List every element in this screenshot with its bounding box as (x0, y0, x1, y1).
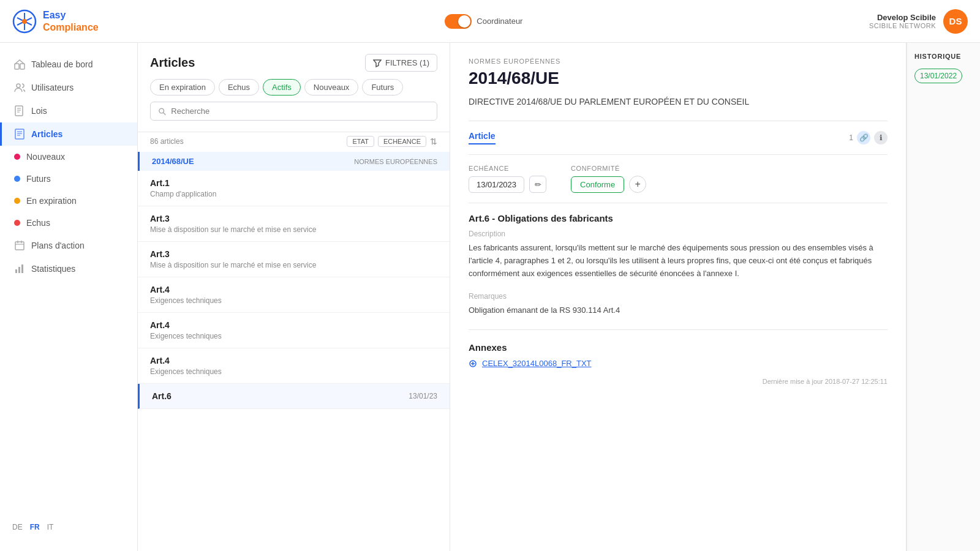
tab-en-expiration[interactable]: En expiration (150, 79, 215, 96)
filters-button[interactable]: FILTRES (1) (365, 54, 437, 72)
article-ref: Art.6 (152, 391, 172, 401)
sidebar-footer: DE FR IT (0, 513, 137, 541)
detail-divider-2 (469, 154, 888, 155)
tab-count: 1 (849, 133, 853, 142)
description-text: Les fabricants assurent, lorsqu'ils mett… (469, 242, 888, 280)
historique-panel: HISTORIQUE 13/01/2022 (907, 43, 980, 551)
article-ref: Art.1 (150, 178, 437, 188)
file-icon (14, 129, 25, 140)
article-desc: Mise à disposition sur le marché et mise… (150, 225, 437, 234)
total-articles: 86 articles (150, 137, 184, 146)
detail-divider (469, 121, 888, 121)
sidebar-item-lois[interactable]: Lois (0, 99, 137, 122)
info-icon[interactable]: ℹ (874, 131, 888, 144)
sidebar-item-utilisateurs[interactable]: Utilisateurs (0, 76, 137, 99)
sort-icon[interactable]: ⇅ (430, 137, 437, 146)
article-ref: Art.4 (150, 285, 437, 294)
articles-title: Articles (150, 56, 195, 70)
logo-compliance: Compliance (43, 21, 99, 33)
sidebar-label-nouveaux: Nouveaux (26, 152, 65, 162)
futurs-dot (14, 176, 20, 182)
annex-file-label: CELEX_32014L0068_FR_TXT (482, 359, 592, 368)
en-expiration-dot (14, 198, 20, 204)
article-tab-icons: 1 🔗 ℹ (849, 131, 888, 144)
detail-law-full-name: DIRECTIVE 2014/68/UE DU PARLEMENT EUROPÉ… (469, 96, 888, 108)
attach-icon[interactable]: 🔗 (857, 131, 870, 144)
article-tab[interactable]: Article (469, 131, 496, 144)
search-input[interactable] (171, 107, 429, 116)
tab-echus[interactable]: Echus (219, 79, 259, 96)
sidebar-item-plans-action[interactable]: Plans d'action (0, 234, 137, 257)
badge-etat[interactable]: ETAT (347, 136, 374, 147)
list-item[interactable]: Art.1 Champ d'application (138, 171, 450, 206)
conformite-add-button[interactable]: + (629, 176, 646, 193)
sidebar-label-lois: Lois (31, 106, 47, 116)
article-desc: Mise à disposition sur le marché et mise… (150, 261, 437, 269)
detail-article-title: Art.6 - Obligations des fabricants (469, 213, 888, 223)
svg-rect-8 (15, 106, 23, 116)
tab-futurs[interactable]: Futurs (362, 79, 403, 96)
conforme-badge[interactable]: Conforme (571, 176, 624, 193)
list-item[interactable]: Art.3 Mise à disposition sur le marché e… (138, 206, 450, 242)
lang-fr[interactable]: FR (30, 523, 40, 531)
svg-rect-20 (15, 269, 17, 273)
article-tab-row: Article 1 🔗 ℹ (469, 131, 888, 144)
tab-nouveaux[interactable]: Nouveaux (304, 79, 359, 96)
sidebar-item-nouveaux[interactable]: Nouveaux (0, 146, 137, 168)
sidebar-item-en-expiration[interactable]: En expiration (0, 190, 137, 212)
main-layout: Tableau de bord Utilisateurs Lois Articl… (0, 43, 980, 551)
sidebar: Tableau de bord Utilisateurs Lois Articl… (0, 43, 138, 551)
avatar[interactable]: DS (943, 9, 968, 34)
sidebar-item-futurs[interactable]: Futurs (0, 168, 137, 190)
article-item-header: Art.3 (150, 249, 437, 259)
detail-divider-4 (469, 329, 888, 330)
conformite-label: CONFORMITÉ (571, 165, 646, 172)
user-info: Develop Scibile SCIBILE NETWORK (869, 13, 936, 29)
sidebar-label-futurs: Futurs (26, 174, 51, 184)
sidebar-label-articles: Articles (31, 129, 62, 139)
topbar: Easy Compliance Coordinateur Develop Sci… (0, 0, 980, 43)
coordinateur-toggle[interactable] (445, 14, 472, 29)
search-bar (150, 102, 437, 121)
article-desc: Exigences techniques (150, 296, 437, 305)
article-date: 13/01/23 (409, 392, 437, 400)
description-label: Description (469, 230, 888, 238)
search-icon (158, 107, 166, 116)
historique-title: HISTORIQUE (914, 53, 973, 60)
nouveaux-dot (14, 154, 20, 160)
sidebar-item-articles[interactable]: Articles (0, 122, 137, 146)
remarques-section: Remarques Obligation émanant de la RS 93… (469, 292, 888, 317)
detail-law-title: 2014/68/UE (469, 69, 888, 88)
article-item-header: Art.3 (150, 214, 437, 223)
sidebar-item-echus[interactable]: Echus (0, 212, 137, 234)
logo-icon (12, 9, 37, 34)
articles-title-row: Articles FILTRES (1) (150, 54, 437, 72)
logo-easy: Easy (43, 9, 99, 21)
historique-date[interactable]: 13/01/2022 (914, 69, 962, 83)
article-ref: Art.4 (150, 320, 437, 330)
law-header-row[interactable]: 2014/68/UE NORMES EUROPÉENNES (138, 152, 450, 171)
svg-point-23 (159, 108, 164, 113)
sidebar-item-tableau[interactable]: Tableau de bord (0, 53, 137, 76)
conformite-section: CONFORMITÉ Conforme + (571, 165, 646, 193)
lang-de[interactable]: DE (12, 523, 23, 531)
articles-panel: Articles FILTRES (1) En expiration Echus… (138, 43, 450, 551)
sidebar-item-statistiques[interactable]: Statistiques (0, 257, 137, 280)
list-item[interactable]: Art.4 Exigences techniques (138, 277, 450, 313)
sidebar-label-echus: Echus (26, 218, 50, 228)
badge-echeance[interactable]: ECHEANCE (378, 136, 426, 147)
list-item[interactable]: Art.4 Exigences techniques (138, 348, 450, 384)
law-ref: 2014/68/UE (152, 157, 194, 166)
annexes-section: Annexes CELEX_32014L0068_FR_TXT (469, 342, 888, 368)
echeance-conformite-row: ECHÉANCE 13/01/2023 ✏ CONFORMITÉ Conform… (469, 165, 888, 193)
toggle-row: Coordinateur (445, 14, 522, 29)
svg-point-4 (22, 19, 27, 24)
lang-it[interactable]: IT (47, 523, 54, 531)
list-item[interactable]: Art.3 Mise à disposition sur le marché e… (138, 242, 450, 277)
tab-actifs[interactable]: Actifs (263, 79, 301, 96)
list-item-active[interactable]: Art.6 13/01/23 (138, 384, 450, 409)
echeance-edit-button[interactable]: ✏ (529, 176, 546, 193)
filters-label: FILTRES (1) (385, 58, 429, 67)
annex-link[interactable]: CELEX_32014L0068_FR_TXT (469, 359, 888, 368)
list-item[interactable]: Art.4 Exigences techniques (138, 313, 450, 348)
